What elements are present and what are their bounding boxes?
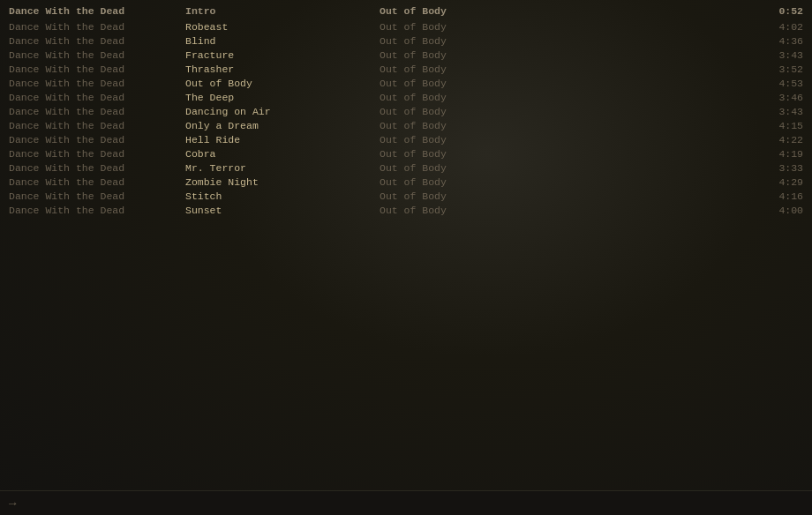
track-title: Only a Dream	[185, 120, 380, 131]
track-row[interactable]: Dance With the DeadOnly a DreamOut of Bo…	[0, 118, 812, 132]
track-row[interactable]: Dance With the DeadZombie NightOut of Bo…	[0, 175, 812, 189]
track-artist: Dance With the Dead	[9, 205, 185, 216]
track-title: Cobra	[185, 148, 380, 160]
track-duration: 3:43	[750, 106, 803, 117]
track-album: Out of Body	[380, 148, 750, 160]
header-duration: 0:52	[750, 5, 803, 17]
track-duration: 4:19	[750, 148, 803, 160]
track-artist: Dance With the Dead	[9, 106, 185, 117]
track-duration: 4:29	[750, 176, 803, 188]
header-title: Intro	[185, 5, 380, 17]
track-row[interactable]: Dance With the DeadThrasherOut of Body3:…	[0, 62, 812, 76]
track-title: The Deep	[185, 92, 380, 103]
track-album: Out of Body	[380, 134, 750, 146]
track-artist: Dance With the Dead	[9, 92, 185, 103]
track-title: Stitch	[185, 190, 380, 202]
track-row[interactable]: Dance With the DeadSunsetOut of Body4:00	[0, 203, 812, 217]
track-artist: Dance With the Dead	[9, 63, 185, 75]
track-artist: Dance With the Dead	[9, 35, 185, 47]
track-duration: 3:33	[750, 162, 803, 174]
track-album: Out of Body	[380, 120, 750, 131]
track-duration: 3:52	[750, 63, 803, 75]
track-list: Dance With the Dead Intro Out of Body 0:…	[0, 0, 812, 220]
track-title: Fracture	[185, 49, 380, 61]
track-album: Out of Body	[380, 49, 750, 61]
track-artist: Dance With the Dead	[9, 78, 185, 89]
track-album: Out of Body	[380, 176, 750, 188]
track-artist: Dance With the Dead	[9, 120, 185, 131]
track-artist: Dance With the Dead	[9, 162, 185, 174]
track-duration: 3:43	[750, 49, 803, 61]
track-duration: 4:16	[750, 190, 803, 202]
track-album: Out of Body	[380, 63, 750, 75]
track-album: Out of Body	[380, 190, 750, 202]
track-album: Out of Body	[380, 21, 750, 33]
track-artist: Dance With the Dead	[9, 190, 185, 202]
bottom-bar: →	[0, 490, 812, 515]
track-row[interactable]: Dance With the DeadStitchOut of Body4:16	[0, 189, 812, 203]
track-duration: 3:46	[750, 92, 803, 103]
track-list-header: Dance With the Dead Intro Out of Body 0:…	[0, 4, 812, 18]
track-title: Sunset	[185, 205, 380, 216]
track-duration: 4:22	[750, 134, 803, 146]
track-artist: Dance With the Dead	[9, 134, 185, 146]
track-title: Robeast	[185, 21, 380, 33]
track-duration: 4:00	[750, 205, 803, 216]
track-row[interactable]: Dance With the DeadThe DeepOut of Body3:…	[0, 90, 812, 104]
track-row[interactable]: Dance With the DeadCobraOut of Body4:19	[0, 146, 812, 160]
track-artist: Dance With the Dead	[9, 148, 185, 160]
track-row[interactable]: Dance With the DeadFractureOut of Body3:…	[0, 48, 812, 62]
track-duration: 4:36	[750, 35, 803, 47]
track-title: Dancing on Air	[185, 106, 380, 117]
track-duration: 4:15	[750, 120, 803, 131]
track-title: Hell Ride	[185, 134, 380, 146]
track-artist: Dance With the Dead	[9, 176, 185, 188]
track-row[interactable]: Dance With the DeadHell RideOut of Body4…	[0, 132, 812, 146]
track-album: Out of Body	[380, 78, 750, 89]
header-artist: Dance With the Dead	[9, 5, 185, 17]
track-row[interactable]: Dance With the DeadMr. TerrorOut of Body…	[0, 160, 812, 175]
track-album: Out of Body	[380, 92, 750, 103]
track-artist: Dance With the Dead	[9, 49, 185, 61]
track-row[interactable]: Dance With the DeadBlindOut of Body4:36	[0, 34, 812, 48]
track-album: Out of Body	[380, 162, 750, 174]
track-artist: Dance With the Dead	[9, 21, 185, 33]
header-album: Out of Body	[380, 5, 750, 17]
track-album: Out of Body	[380, 35, 750, 47]
arrow-icon: →	[9, 496, 16, 511]
track-row[interactable]: Dance With the DeadRobeastOut of Body4:0…	[0, 19, 812, 34]
track-duration: 4:02	[750, 21, 803, 33]
track-album: Out of Body	[380, 106, 750, 117]
track-row[interactable]: Dance With the DeadDancing on AirOut of …	[0, 104, 812, 118]
track-album: Out of Body	[380, 205, 750, 216]
track-title: Thrasher	[185, 63, 380, 75]
track-title: Mr. Terror	[185, 162, 380, 174]
track-title: Blind	[185, 35, 380, 47]
track-row[interactable]: Dance With the DeadOut of BodyOut of Bod…	[0, 76, 812, 90]
track-title: Zombie Night	[185, 176, 380, 188]
track-duration: 4:53	[750, 78, 803, 89]
track-title: Out of Body	[185, 78, 380, 89]
